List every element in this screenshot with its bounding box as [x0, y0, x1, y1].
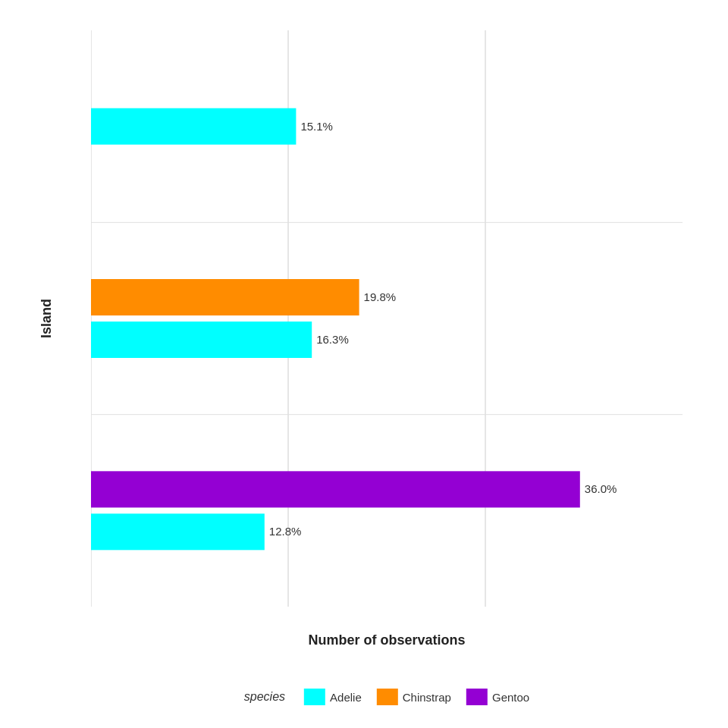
chinstrap-label: Chinstrap — [403, 691, 451, 704]
svg-text:15.1%: 15.1% — [300, 120, 333, 133]
x-axis-label: Number of observations — [308, 632, 465, 648]
gentoo-swatch — [466, 689, 488, 705]
gentoo-label: Gentoo — [492, 691, 529, 704]
chart-svg: 15.1%Torgersen19.8%16.3%Dream36.0%12.8%B… — [91, 30, 682, 607]
chart-area: Island 15.1%Torgersen19.8%16.3%Dream36.0… — [91, 30, 682, 607]
svg-rect-6 — [91, 279, 359, 315]
y-axis-label: Island — [39, 299, 55, 338]
legend-title: species — [244, 690, 285, 704]
svg-rect-8 — [91, 322, 312, 358]
svg-text:36.0%: 36.0% — [585, 482, 617, 495]
svg-rect-13 — [91, 513, 265, 550]
chinstrap-swatch — [377, 689, 398, 705]
adelie-label: Adelie — [330, 691, 362, 704]
svg-text:16.3%: 16.3% — [316, 333, 349, 346]
legend-item-gentoo: Gentoo — [466, 689, 529, 705]
legend-item-chinstrap: Chinstrap — [377, 689, 451, 705]
svg-rect-11 — [91, 471, 580, 507]
legend: species Adelie Chinstrap Gentoo — [244, 689, 529, 705]
adelie-swatch — [304, 689, 325, 705]
legend-item-adelie: Adelie — [304, 689, 362, 705]
svg-text:19.8%: 19.8% — [364, 290, 397, 303]
svg-rect-3 — [91, 108, 296, 145]
chart-container: Island 15.1%Torgersen19.8%16.3%Dream36.0… — [0, 0, 728, 728]
svg-text:12.8%: 12.8% — [269, 525, 302, 538]
